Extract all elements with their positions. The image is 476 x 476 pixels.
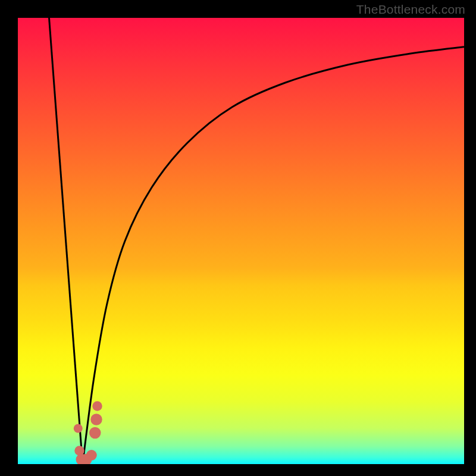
data-marker (74, 424, 83, 433)
data-marker (90, 414, 102, 425)
curve-layer (49, 18, 465, 464)
data-marker (86, 450, 97, 461)
watermark-text: TheBottleneck.com (356, 2, 465, 17)
descending-branch (49, 18, 83, 464)
chart-svg (18, 18, 464, 464)
data-marker (89, 427, 101, 439)
ascending-branch (83, 47, 464, 464)
chart-frame: TheBottleneck.com (0, 0, 476, 476)
chart-plot-area (18, 18, 464, 464)
data-marker (92, 401, 102, 411)
